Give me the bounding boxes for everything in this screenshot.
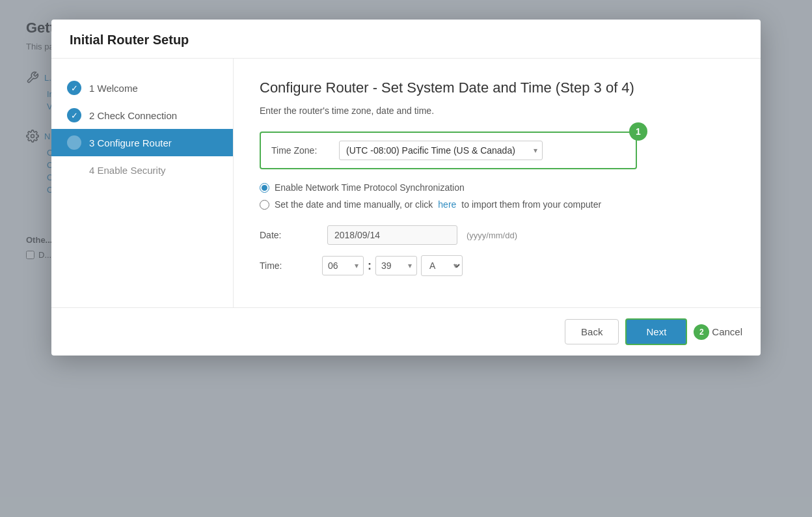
radio-ntp-row: Enable Network Time Protocol Synchroniza… [260,182,735,193]
timezone-label: Time Zone: [271,145,330,156]
step-3[interactable]: 3 Configure Router [51,129,233,156]
radio-group: Enable Network Time Protocol Synchroniza… [260,182,735,210]
time-label: Time: [260,260,318,271]
hour-select[interactable]: 06 07 08 [322,256,364,275]
content-description: Enter the router's time zone, date and t… [260,105,735,116]
step-4-icon [67,163,81,177]
step-1[interactable]: ✓ 1 Welcome [51,74,233,102]
radio-manual-label: Set the date and time manually, or click [275,199,433,210]
step-3-icon [67,135,81,150]
date-label: Date: [260,230,318,240]
content-title: Configure Router - Set System Date and T… [260,79,735,96]
timezone-row: Time Zone: (UTC -08:00) Pacific Time (US… [260,132,637,169]
radio-manual-suffix: to import them from your computer [461,199,601,210]
modal-footer: Back Next 2 Cancel [51,307,761,356]
step-4-label: 4 Enable Security [89,165,166,176]
step-2[interactable]: ✓ 2 Check Connection [51,102,233,129]
step-2-icon: ✓ [67,108,81,122]
date-row: Date: (yyyy/mm/dd) [260,225,735,245]
timezone-select-wrapper: (UTC -08:00) Pacific Time (US & Canada) … [339,141,543,160]
radio-ntp[interactable] [260,183,269,193]
radio-manual[interactable] [260,200,269,210]
step-4[interactable]: 4 Enable Security [51,156,233,184]
modal-overlay: Initial Router Setup ✓ 1 Welcome ✓ 2 Che… [0,0,812,517]
cancel-button[interactable]: 2 Cancel [694,324,742,340]
step-2-label: 2 Check Connection [89,110,177,121]
minute-select[interactable]: 39 00 30 [375,256,417,275]
back-button[interactable]: Back [565,319,619,344]
modal-dialog: Initial Router Setup ✓ 1 Welcome ✓ 2 Che… [51,20,761,356]
badge-1: 1 [629,122,647,141]
modal-header: Initial Router Setup [51,20,761,59]
step-1-icon: ✓ [67,81,81,95]
next-button[interactable]: Next [625,318,687,345]
modal-main-content: Configure Router - Set System Date and T… [234,59,761,307]
time-colon: : [368,259,372,273]
time-row: Time: 06 07 08 : 39 00 30 [260,255,735,276]
date-hint: (yyyy/mm/dd) [467,231,517,240]
cancel-label: Cancel [712,326,742,337]
radio-manual-link[interactable]: here [438,199,456,210]
radio-manual-row: Set the date and time manually, or click… [260,199,735,210]
step-1-label: 1 Welcome [89,83,138,94]
badge-2: 2 [694,324,709,340]
timezone-select[interactable]: (UTC -08:00) Pacific Time (US & Canada) … [339,141,543,160]
ampm-select[interactable]: AM PM [421,255,463,276]
modal-body: ✓ 1 Welcome ✓ 2 Check Connection 3 Confi… [51,59,761,307]
modal-sidebar: ✓ 1 Welcome ✓ 2 Check Connection 3 Confi… [51,59,234,307]
ampm-wrapper: AM PM [421,255,463,276]
step-3-label: 3 Configure Router [89,137,172,148]
radio-ntp-label: Enable Network Time Protocol Synchroniza… [275,182,465,193]
hour-wrapper: 06 07 08 [322,256,364,275]
date-input[interactable] [327,225,457,245]
minute-wrapper: 39 00 30 [375,256,417,275]
modal-title: Initial Router Setup [70,33,742,48]
